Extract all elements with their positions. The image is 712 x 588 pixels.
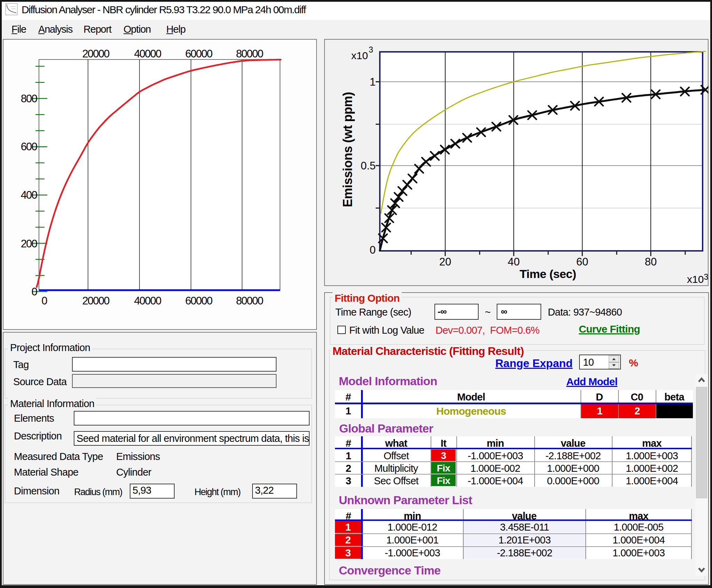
svg-text:200: 200 xyxy=(21,238,38,250)
svg-text:600: 600 xyxy=(21,141,38,153)
svg-text:40: 40 xyxy=(508,256,520,268)
svg-text:80000: 80000 xyxy=(236,48,263,60)
svg-text:0: 0 xyxy=(32,286,38,298)
svg-text:20000: 20000 xyxy=(82,48,110,60)
svg-text:60: 60 xyxy=(576,256,588,268)
svg-text:80000: 80000 xyxy=(236,295,263,307)
svg-text:20: 20 xyxy=(439,256,451,268)
svg-text:400: 400 xyxy=(21,189,38,201)
svg-text:60000: 60000 xyxy=(185,48,213,60)
svg-text:800: 800 xyxy=(21,93,38,105)
svg-text:20000: 20000 xyxy=(82,295,110,307)
svg-text:0: 0 xyxy=(370,244,376,256)
svg-text:0.5: 0.5 xyxy=(361,160,376,172)
svg-text:Emissions (wt ppm): Emissions (wt ppm) xyxy=(341,92,355,207)
svg-text:60000: 60000 xyxy=(185,295,213,307)
svg-text:80: 80 xyxy=(645,256,657,268)
svg-text:1: 1 xyxy=(370,76,376,88)
svg-text:0: 0 xyxy=(41,295,47,307)
svg-text:40000: 40000 xyxy=(134,295,161,307)
svg-text:40000: 40000 xyxy=(134,48,161,60)
svg-text:3: 3 xyxy=(369,45,373,54)
svg-text:x10: x10 xyxy=(351,50,368,61)
svg-text:Time (sec): Time (sec) xyxy=(520,267,576,280)
